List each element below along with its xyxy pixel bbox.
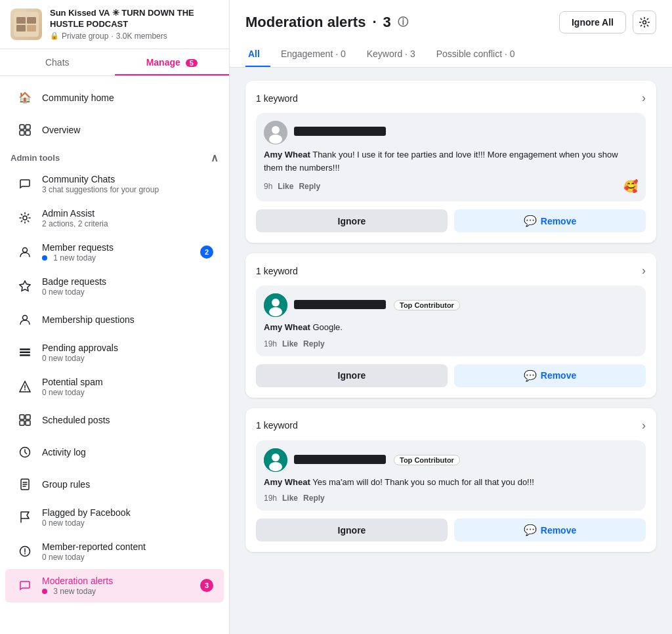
group-privacy: Private group (62, 32, 108, 41)
svg-rect-5 (20, 125, 24, 129)
comment-name-area-3: Top Contributor (294, 455, 460, 465)
redacted-name-3 (294, 455, 386, 464)
group-name: Sun Kissed VA ✳ TURN DOWN THE HUSTLE POD… (50, 8, 219, 30)
page-title: Moderation alerts · 3 ⓘ (245, 14, 408, 31)
group-logo (10, 9, 42, 40)
sidebar-item-label: Scheduled posts (42, 415, 213, 425)
remove-chat-icon-1: 💬 (524, 215, 537, 227)
sidebar-item-admin-assist[interactable]: Admin Assist 2 actions, 2 criteria (5, 201, 224, 235)
settings-button[interactable] (633, 11, 656, 34)
sidebar-item-subtitle: 1 new today (42, 253, 200, 263)
chevron-right-icon: › (642, 264, 646, 278)
alert-card-header-2[interactable]: 1 keyword › (256, 264, 646, 278)
reply-link-1[interactable]: Reply (299, 182, 320, 191)
sidebar-item-subtitle: 0 new today (42, 553, 213, 562)
main-header: Moderation alerts · 3 ⓘ Ignore All All E… (230, 0, 672, 68)
avatar-3 (264, 448, 287, 472)
svg-point-9 (23, 216, 27, 220)
sidebar-item-pending-approvals[interactable]: Pending approvals 0 new today (5, 336, 224, 370)
remove-button-1[interactable]: 💬 Remove (454, 209, 646, 232)
alert-card-header-3[interactable]: 1 keyword › (256, 419, 646, 433)
ignore-button-1[interactable]: Ignore (256, 209, 448, 232)
alert-card-header-1[interactable]: 1 keyword › (256, 91, 646, 105)
sidebar-item-badge-requests[interactable]: Badge requests 0 new today (5, 270, 224, 303)
comment-name-area-2: Top Contributor (294, 300, 460, 310)
new-dot (42, 255, 47, 261)
membership-icon (16, 310, 34, 329)
sidebar-item-flagged-by-facebook[interactable]: Flagged by Facebook 0 new today (5, 501, 224, 534)
like-link-3[interactable]: Like (282, 494, 298, 503)
sidebar-item-community-home[interactable]: 🏠 Community home (5, 82, 224, 114)
grid-icon (16, 411, 34, 429)
chevron-right-icon: › (642, 91, 646, 105)
svg-point-27 (272, 299, 280, 306)
sidebar-item-member-reported-content[interactable]: Member-reported content 0 new today (5, 535, 224, 568)
sidebar-item-label: Member requests (42, 242, 200, 253)
ignore-all-button[interactable]: Ignore All (559, 11, 626, 33)
ignore-button-2[interactable]: Ignore (256, 364, 448, 387)
sidebar-item-community-chats[interactable]: Community Chats 3 chat suggestions for y… (5, 167, 224, 201)
sidebar-item-label: Badge requests (42, 276, 213, 287)
comment-box-1: Amy Wheat Thank you! I use it for tee pa… (256, 113, 646, 201)
comment-text-2: Amy Wheat Google. (264, 321, 638, 334)
sidebar-item-moderation-alerts[interactable]: Moderation alerts 3 new today 3 (5, 569, 224, 602)
reaction-emoji-1: 🥰 (623, 179, 638, 194)
sidebar-item-member-requests[interactable]: Member requests 1 new today 2 (5, 236, 224, 269)
comment-meta-3: 19h Like Reply (264, 494, 638, 503)
svg-rect-6 (26, 125, 30, 129)
sidebar-item-scheduled-posts[interactable]: Scheduled posts (5, 404, 224, 436)
admin-tools-label: Admin tools ∧ (0, 146, 229, 167)
sidebar-item-subtitle: 0 new today (42, 287, 213, 297)
tab-keyword[interactable]: Keyword · 3 (364, 42, 426, 67)
comment-name-area-1 (294, 127, 386, 139)
tab-engagement[interactable]: Engagement · 0 (278, 42, 356, 67)
collapse-icon[interactable]: ∧ (211, 152, 219, 164)
alert-card-2: 1 keyword › Top Contributor (245, 253, 656, 398)
sidebar-item-activity-log[interactable]: Activity log (5, 436, 224, 468)
like-link-2[interactable]: Like (282, 339, 298, 349)
tab-possible-conflict[interactable]: Possible conflict · 0 (434, 42, 526, 67)
lock-icon: 🔒 (50, 32, 59, 40)
header-actions: Ignore All (559, 11, 656, 34)
exclamation-icon (16, 542, 34, 560)
sidebar-item-subtitle: 3 chat suggestions for your group (42, 185, 213, 194)
reply-link-2[interactable]: Reply (303, 339, 325, 349)
remove-button-3[interactable]: 💬 Remove (454, 518, 646, 541)
svg-rect-18 (26, 421, 30, 425)
svg-rect-14 (20, 354, 30, 356)
svg-rect-16 (26, 415, 30, 419)
sidebar-item-overview[interactable]: Overview (5, 114, 224, 146)
remove-button-2[interactable]: 💬 Remove (454, 364, 646, 387)
sidebar-item-membership-questions[interactable]: Membership questions (5, 304, 224, 335)
tab-all[interactable]: All (245, 42, 270, 67)
svg-point-11 (23, 315, 28, 320)
sidebar-item-group-rules[interactable]: Group rules (5, 469, 224, 500)
comment-text-3: Amy Wheat Yes ma'am will do! Thank you s… (264, 476, 638, 489)
tab-chats[interactable]: Chats (0, 49, 115, 75)
alert-actions-2: Ignore 💬 Remove (256, 364, 646, 387)
contributor-badge-3: Top Contributor (394, 455, 460, 465)
sidebar-item-label: Potential spam (42, 377, 213, 387)
svg-point-28 (269, 307, 282, 316)
sidebar-item-subtitle: 2 actions, 2 criteria (42, 219, 213, 228)
like-link-1[interactable]: Like (278, 182, 293, 191)
manage-badge: 5 (186, 59, 198, 67)
info-icon[interactable]: ⓘ (398, 16, 408, 30)
group-meta: 🔒 Private group · 3.0K members (50, 32, 219, 41)
svg-rect-17 (20, 421, 24, 425)
tab-manage[interactable]: Manage 5 (115, 49, 230, 75)
avatar-image-1 (264, 121, 287, 144)
sidebar-item-label: Overview (42, 125, 213, 135)
sidebar-item-potential-spam[interactable]: Potential spam 0 new today (5, 370, 224, 404)
settings-icon (639, 16, 650, 28)
comment-meta-2: 19h Like Reply (264, 339, 638, 349)
sidebar-item-label: Moderation alerts (42, 576, 200, 586)
alert-card-3: 1 keyword › Top Contributor (245, 408, 656, 553)
sidebar-item-label: Community Chats (42, 174, 213, 184)
sidebar-item-label: Member-reported content (42, 541, 213, 552)
badge-icon (16, 277, 34, 295)
svg-rect-2 (27, 17, 36, 24)
ignore-button-3[interactable]: Ignore (256, 518, 448, 541)
chat-icon (16, 175, 34, 193)
reply-link-3[interactable]: Reply (303, 494, 325, 503)
